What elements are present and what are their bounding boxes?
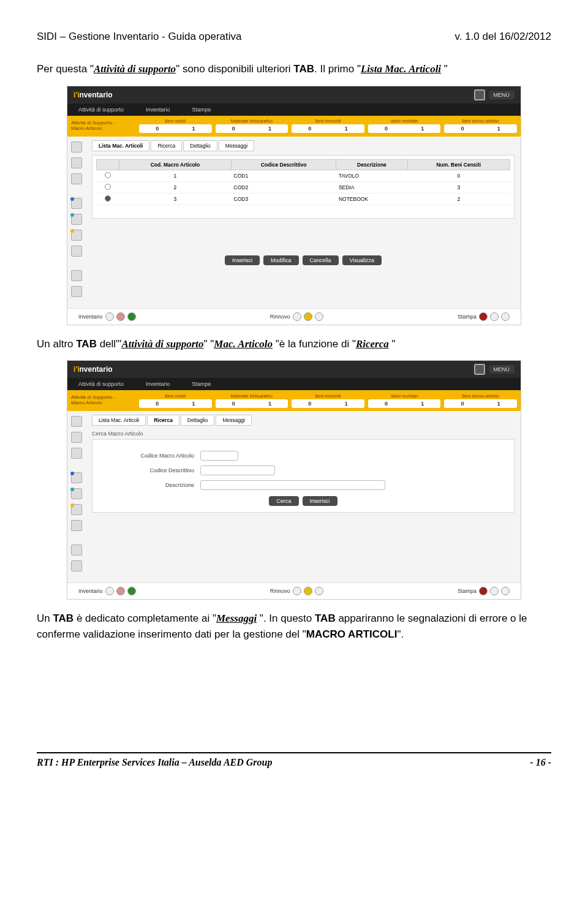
doc-header: SIDI – Gestione Inventario - Guida opera…: [37, 31, 551, 43]
app-header: ì'inventario MENÙ: [67, 361, 521, 378]
foot-label: Stampa: [458, 588, 477, 594]
copy-icon[interactable]: [71, 545, 82, 556]
info-icon[interactable]: [71, 214, 82, 225]
table-row[interactable]: 3COD3NOTEBOOK2: [97, 193, 510, 205]
screenshot-2: ì'inventario MENÙ Attività di supporto I…: [67, 360, 521, 600]
foot-label: Rinnovo: [270, 588, 290, 594]
row-radio[interactable]: [105, 172, 111, 178]
table-row[interactable]: 1COD1TAVOLO0: [97, 170, 510, 181]
refresh-icon[interactable]: [71, 560, 82, 571]
user-icon[interactable]: [474, 89, 485, 100]
link-attivita-2: Attività di supporto: [121, 338, 203, 350]
bold-icon[interactable]: [71, 246, 82, 257]
tab-lista[interactable]: Lista Mac. Articoli: [92, 140, 149, 151]
data-panel: Cod. Macro Articolo Codice Descrittivo D…: [92, 155, 514, 219]
sidebar: [67, 411, 86, 582]
copy-icon[interactable]: [71, 270, 82, 281]
refresh-icon[interactable]: [71, 286, 82, 297]
foot-label: Rinnovo: [270, 314, 290, 320]
visualizza-button[interactable]: Visualizza: [342, 255, 382, 265]
doc-title: SIDI – Gestione Inventario - Guida opera…: [37, 31, 242, 43]
foot-label: Inventario: [78, 588, 103, 594]
field-label: Codice Macro Articolo: [108, 453, 194, 459]
tab-ricerca[interactable]: Ricerca: [147, 415, 179, 426]
app-logo: ì'inventario: [74, 91, 113, 99]
footer-left: RTI : HP Enterprise Services Italia – Au…: [37, 757, 272, 768]
tab-messaggi[interactable]: Messaggi: [216, 415, 251, 426]
doc-version: v. 1.0 del 16/02/2012: [454, 31, 551, 43]
nav-item[interactable]: Attività di supporto: [67, 107, 135, 113]
search-panel: Codice Macro Articolo Codice Descrittivo…: [92, 439, 514, 513]
expand-icon[interactable]: [71, 416, 82, 427]
nav-item[interactable]: Attività di supporto: [67, 381, 135, 387]
cerca-button[interactable]: Cerca: [269, 496, 298, 506]
row-radio[interactable]: [105, 184, 111, 190]
menu-button[interactable]: MENÙ: [489, 91, 515, 99]
edit-icon[interactable]: [71, 157, 82, 168]
tab-messaggi[interactable]: Messaggi: [219, 140, 254, 151]
nav-item[interactable]: Inventario: [135, 381, 181, 387]
help-icon[interactable]: [71, 472, 82, 483]
tab-dettaglio[interactable]: Dettaglio: [183, 140, 217, 151]
screenshot-1: ì'inventario MENÙ Attività di supporto I…: [67, 86, 521, 325]
panel-title: Cerca Macro Articolo: [92, 429, 514, 439]
articoli-table: Cod. Macro Articolo Codice Descrittivo D…: [96, 159, 510, 205]
cancella-button[interactable]: Cancella: [303, 255, 339, 265]
breadcrumb: Attività di Supporto - Macro Articolo: [71, 121, 135, 132]
inserisci-button[interactable]: Inserisci: [303, 496, 337, 506]
print-icon[interactable]: [71, 448, 82, 459]
tip-icon[interactable]: [71, 504, 82, 515]
primary-nav: Attività di supporto Inventario Stampe: [67, 104, 521, 116]
sidebar: [67, 137, 86, 308]
nav-item[interactable]: Stampe: [181, 107, 222, 113]
foot-label: Inventario: [78, 314, 103, 320]
link-ricerca: Ricerca: [356, 338, 389, 350]
action-buttons: Inserisci Modifica Cancella Visualizza: [92, 255, 514, 265]
tab-ricerca[interactable]: Ricerca: [151, 140, 182, 151]
bold-icon[interactable]: [71, 520, 82, 531]
descrizione-input[interactable]: [200, 480, 385, 490]
row-radio[interactable]: [105, 195, 111, 202]
app-header: ì'inventario MENÙ: [67, 86, 521, 104]
menu-button[interactable]: MENÙ: [489, 365, 515, 374]
link-messaggi: Messaggi: [216, 612, 257, 624]
link-attivita: Attività di supporto: [94, 63, 176, 75]
breadcrumb: Attività di Supporto - Macro Articolo: [71, 395, 135, 406]
link-mac-art: Mac. Articolo: [214, 338, 273, 350]
summary-bar: Attività di Supporto - Macro Articolo Be…: [67, 116, 521, 137]
field-label: Descrizione: [108, 482, 194, 488]
summary-bar: Attività di Supporto - Macro Articolo Be…: [67, 390, 521, 411]
codice-descrittivo-input[interactable]: [200, 465, 275, 475]
codice-macro-input[interactable]: [200, 451, 238, 461]
paragraph-3: Un TAB è dedicato completamente ai "Mess…: [37, 611, 551, 642]
footer-strip: Inventario Rinnovo Stampa: [67, 308, 521, 325]
print-icon[interactable]: [71, 173, 82, 184]
table-row[interactable]: 2COD2SEDIA3: [97, 181, 510, 193]
tabs: Lista Mac. Articoli Ricerca Dettaglio Me…: [92, 140, 514, 151]
primary-nav: Attività di supporto Inventario Stampe: [67, 378, 521, 390]
expand-icon[interactable]: [71, 141, 82, 153]
footer-strip: Inventario Rinnovo Stampa: [67, 582, 521, 599]
tab-dettaglio[interactable]: Dettaglio: [181, 415, 215, 426]
help-icon[interactable]: [71, 198, 82, 209]
page-footer: RTI : HP Enterprise Services Italia – Au…: [37, 752, 551, 768]
nav-item[interactable]: Stampe: [181, 381, 222, 387]
paragraph-2: Un altro TAB dell'"Attività di supporto"…: [37, 336, 551, 352]
nav-item[interactable]: Inventario: [135, 107, 181, 113]
modifica-button[interactable]: Modifica: [263, 255, 299, 265]
footer-page: - 16 -: [530, 757, 551, 768]
inserisci-button[interactable]: Inserisci: [225, 255, 260, 265]
link-lista-mac: Lista Mac. Articoli: [361, 63, 441, 75]
tip-icon[interactable]: [71, 230, 82, 241]
tabs: Lista Mac. Articoli Ricerca Dettaglio Me…: [92, 415, 514, 426]
paragraph-1: Per questa "Attività di supporto" sono d…: [37, 61, 551, 77]
user-icon[interactable]: [474, 364, 485, 375]
tab-lista[interactable]: Lista Mac. Articoli: [92, 415, 146, 426]
foot-label: Stampa: [458, 314, 477, 320]
app-logo: ì'inventario: [74, 365, 113, 374]
info-icon[interactable]: [71, 488, 82, 499]
edit-icon[interactable]: [71, 432, 82, 443]
field-label: Codice Descrittivo: [108, 467, 194, 473]
